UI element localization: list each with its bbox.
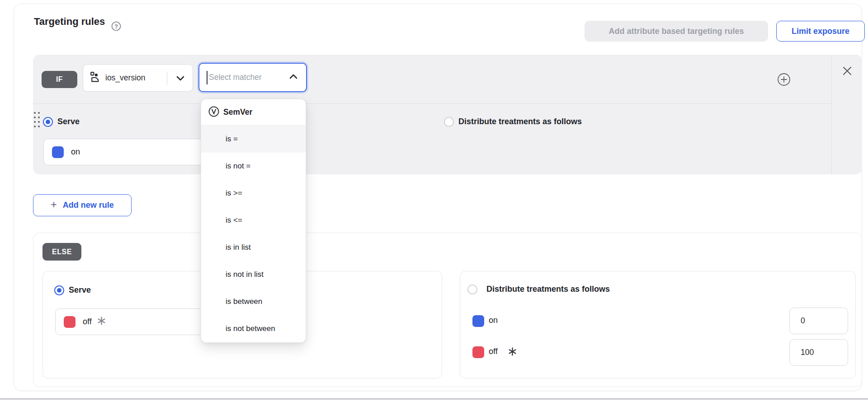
- semver-icon: [208, 106, 220, 119]
- default-serve-radio[interactable]: [54, 285, 64, 295]
- chevron-down-icon: [175, 73, 186, 85]
- distribute-row-on-label: on: [489, 316, 498, 325]
- matcher-group-header: SemVer: [201, 99, 306, 126]
- matcher-placeholder: Select matcher: [209, 73, 288, 82]
- matcher-group-label: SemVer: [223, 107, 252, 117]
- treatment-off-swatch: [472, 346, 484, 358]
- default-distribute-radio[interactable]: [467, 284, 477, 294]
- distribute-row-off-label: off: [489, 347, 498, 356]
- treatment-name: off: [83, 317, 92, 326]
- distribute-off-percentage-input[interactable]: [789, 339, 848, 366]
- attribute-select[interactable]: ios_version: [83, 64, 193, 92]
- else-keyword-badge: ELSE: [42, 243, 81, 261]
- text-caret: [207, 71, 208, 84]
- card-divider-horizontal: [33, 103, 831, 104]
- menu-item-is-between[interactable]: is between: [201, 288, 306, 315]
- treatment-on-swatch: [52, 146, 64, 158]
- treatment-name: on: [71, 147, 80, 157]
- treatment-on-swatch: [472, 315, 484, 327]
- default-treatment-asterisk-icon: [97, 317, 106, 327]
- default-distribute-card: Distribute treatments as follows on off: [460, 271, 856, 378]
- default-treatment-asterisk-icon: [508, 347, 517, 358]
- menu-item-is-in-list[interactable]: is in list: [201, 234, 306, 261]
- serve-label: Serve: [57, 117, 80, 126]
- card-divider-vertical: [831, 55, 832, 174]
- drag-handle[interactable]: [34, 112, 40, 127]
- default-rule-card: ELSE Serve off Distribute treatments as …: [33, 233, 862, 387]
- matcher-select-input[interactable]: Select matcher: [198, 63, 307, 92]
- rule-card: IF ios_version Select matcher Serve: [33, 55, 862, 174]
- chevron-up-icon: [288, 72, 299, 83]
- menu-item-is-not-in-list[interactable]: is not in list: [201, 261, 306, 288]
- attribute-value: ios_version: [105, 73, 146, 83]
- matcher-dropdown-menu: SemVer is = is not = is >= is <= is in l…: [201, 99, 306, 343]
- attribute-divider: [167, 72, 167, 85]
- distribute-label: Distribute treatments as follows: [458, 117, 582, 126]
- help-icon[interactable]: ?: [111, 21, 121, 31]
- page-title: Targeting rules: [34, 16, 105, 28]
- distribute-radio[interactable]: [444, 117, 454, 127]
- default-distribute-label: Distribute treatments as follows: [486, 284, 610, 294]
- add-new-rule-button[interactable]: + Add new rule: [33, 194, 132, 216]
- menu-item-is-gte[interactable]: is >=: [201, 180, 306, 207]
- add-attribute-rules-button[interactable]: Add attribute based targeting rules: [585, 21, 768, 42]
- close-icon[interactable]: [842, 65, 853, 76]
- add-new-rule-label: Add new rule: [63, 200, 114, 210]
- attribute-type-icon: [90, 71, 101, 84]
- serve-radio[interactable]: [43, 117, 53, 127]
- menu-item-is-eq[interactable]: is =: [201, 126, 306, 153]
- menu-item-is-not-eq[interactable]: is not =: [201, 153, 306, 180]
- targeting-rules-panel: Targeting rules ? Add attribute based ta…: [14, 4, 862, 391]
- menu-item-is-not-between[interactable]: is not between: [201, 315, 306, 342]
- distribute-on-percentage-input[interactable]: [789, 308, 848, 334]
- if-keyword-badge: IF: [42, 71, 77, 88]
- window-bottom-edge: [0, 398, 868, 400]
- menu-item-is-lte[interactable]: is <=: [201, 207, 306, 234]
- limit-exposure-button[interactable]: Limit exposure: [776, 21, 865, 42]
- svg-text:?: ?: [114, 23, 118, 30]
- plus-icon: +: [51, 199, 57, 211]
- treatment-off-swatch: [64, 316, 75, 328]
- add-condition-icon[interactable]: [777, 73, 791, 86]
- default-serve-label: Serve: [69, 285, 91, 295]
